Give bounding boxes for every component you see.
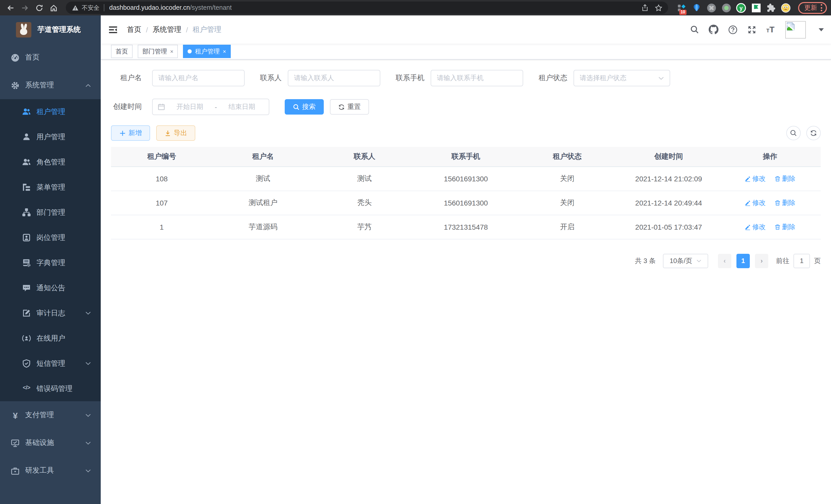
goto-page-input[interactable] — [794, 254, 810, 268]
sidebar-collapse-icon[interactable] — [109, 24, 119, 35]
delete-button[interactable]: 删除 — [774, 198, 796, 207]
edit-button[interactable]: 修改 — [745, 222, 766, 232]
sidebar-item-system[interactable]: 系统管理 — [0, 71, 101, 99]
sidebar-item-sms[interactable]: 短信管理 — [0, 351, 101, 376]
extension-pinned-badge-icon[interactable]: 10 — [676, 3, 687, 13]
browser-forward-icon[interactable] — [19, 2, 31, 14]
tenant-users-icon — [22, 108, 31, 116]
calendar-icon — [158, 103, 165, 111]
sidebar-item-dept[interactable]: 部门管理 — [0, 200, 101, 225]
next-page-button[interactable]: › — [755, 254, 768, 268]
share-icon[interactable] — [638, 2, 652, 14]
browser-update-button[interactable]: 更新 — [798, 2, 827, 13]
github-icon[interactable] — [709, 25, 718, 34]
contact-input[interactable]: 请输入联系人 — [288, 70, 380, 86]
browser-back-icon[interactable] — [4, 2, 17, 14]
avatar[interactable] — [785, 21, 806, 38]
refresh-table-button[interactable] — [806, 126, 821, 140]
browser-reload-icon[interactable] — [33, 2, 45, 14]
tab-tenant[interactable]: 租户管理× — [183, 45, 231, 58]
update-label: 更新 — [804, 3, 817, 12]
sidebar-item-dict[interactable]: 字典管理 — [0, 250, 101, 275]
breadcrumb-home[interactable]: 首页 — [127, 25, 141, 34]
col-mobile: 联系手机 — [415, 147, 517, 167]
sidebar-logo-row[interactable]: 芋道管理系统 — [0, 16, 101, 44]
sidebar-item-post[interactable]: 岗位管理 — [0, 225, 101, 250]
create-time-range-input[interactable]: 开始日期 - 结束日期 — [152, 99, 269, 115]
status-select[interactable]: 请选择租户状态 — [574, 70, 670, 86]
sidebar-item-label: 研发工具 — [25, 466, 54, 475]
tenant-name-input[interactable]: 请输入租户名 — [152, 70, 245, 86]
address-bar[interactable]: 不安全 dashboard.yudao.iocoder.cn/system/te… — [66, 2, 668, 14]
extensions-puzzle-icon[interactable] — [766, 3, 776, 13]
chevron-down-icon — [658, 76, 664, 80]
reset-button[interactable]: 重置 — [330, 99, 369, 115]
search-button[interactable]: 搜索 — [285, 99, 324, 115]
sidebar-item-role[interactable]: 角色管理 — [0, 149, 101, 175]
prev-page-button[interactable]: ‹ — [718, 254, 731, 268]
chevron-up-icon — [85, 84, 91, 87]
create-time-label: 创建时间 — [111, 102, 142, 112]
security-warning[interactable]: 不安全 — [72, 4, 99, 11]
sidebar-item-notice[interactable]: 通知公告 — [0, 275, 101, 301]
sidebar-item-menu[interactable]: 菜单管理 — [0, 175, 101, 200]
fullscreen-icon[interactable] — [747, 25, 756, 34]
close-icon[interactable]: × — [170, 48, 173, 55]
tab-home[interactable]: 首页 — [111, 45, 133, 58]
edit-button[interactable]: 修改 — [745, 198, 766, 207]
devtools-icon — [11, 466, 20, 475]
edit-button[interactable]: 修改 — [745, 174, 766, 183]
browser-home-icon[interactable] — [47, 2, 60, 14]
sidebar-item-audit-log[interactable]: 审计日志 — [0, 301, 101, 326]
roles-icon — [22, 158, 31, 167]
mobile-input[interactable]: 请输入联系手机 — [431, 70, 523, 86]
sidebar-menu: 首页 系统管理 租户管理 用户管理 角色管理 — [0, 44, 101, 504]
sidebar-item-pay[interactable]: ¥ 支付管理 — [0, 401, 101, 429]
svg-text:y: y — [740, 5, 743, 11]
help-icon[interactable] — [728, 25, 738, 34]
add-button[interactable]: 新增 — [111, 125, 150, 141]
extension-badge: 10 — [679, 10, 687, 15]
security-label: 不安全 — [82, 4, 99, 11]
sidebar-item-home[interactable]: 首页 — [0, 44, 101, 71]
sidebar-item-infra[interactable]: 基础设施 — [0, 429, 101, 457]
export-button[interactable]: 导出 — [156, 125, 195, 141]
page-unit-label: 页 — [814, 256, 821, 265]
extension-flag-icon[interactable] — [751, 3, 761, 13]
tab-dept[interactable]: 部门管理× — [138, 45, 178, 58]
page-number-active[interactable]: 1 — [737, 254, 750, 268]
extension-y-circle-icon[interactable]: y — [736, 3, 746, 13]
plus-icon — [119, 130, 126, 137]
url-text[interactable]: dashboard.yudao.iocoder.cn/system/tenant — [109, 4, 232, 11]
avatar-caret-icon[interactable] — [819, 28, 824, 31]
app-navbar: 首页 / 系统管理 / 租户管理 — [101, 16, 831, 44]
cell-tenant-id: 1 — [111, 215, 212, 239]
font-size-icon[interactable]: TT — [766, 25, 774, 34]
sidebar-item-user[interactable]: 用户管理 — [0, 124, 101, 149]
breadcrumb-system[interactable]: 系统管理 — [153, 25, 181, 34]
extension-recorder-icon[interactable] — [721, 3, 731, 13]
extension-balloon-icon[interactable] — [691, 3, 701, 13]
cell-actions: 修改 删除 — [719, 215, 821, 239]
delete-button[interactable]: 删除 — [774, 222, 796, 232]
header-search-icon[interactable] — [690, 25, 699, 34]
profile-avatar-icon[interactable] — [781, 3, 791, 13]
bookmark-star-icon[interactable] — [652, 2, 665, 14]
hide-search-button[interactable] — [786, 126, 801, 140]
cell-create-time: 2021-12-14 20:49:44 — [618, 190, 719, 215]
sidebar-item-devtools[interactable]: 研发工具 — [0, 457, 101, 484]
browser-menu-icon[interactable] — [821, 4, 822, 11]
sidebar-item-online-user[interactable]: 在线用户 — [0, 326, 101, 351]
delete-button[interactable]: 删除 — [774, 174, 796, 183]
extensions-area: 10 ⌘ y — [674, 3, 793, 13]
extension-command-icon[interactable]: ⌘ — [706, 3, 716, 13]
close-icon[interactable]: × — [223, 48, 226, 55]
cell-status: 关闭 — [516, 190, 618, 215]
sidebar-item-label: 通知公告 — [36, 283, 65, 293]
sidebar-item-error-code[interactable]: </> 错误码管理 — [0, 376, 101, 401]
cell-mobile: 15601691300 — [415, 190, 517, 215]
cell-status: 开启 — [516, 215, 618, 239]
page-size-select[interactable]: 10条/页 — [663, 254, 708, 268]
sidebar-item-tenant[interactable]: 租户管理 — [0, 99, 101, 124]
chevron-down-icon — [85, 469, 91, 472]
